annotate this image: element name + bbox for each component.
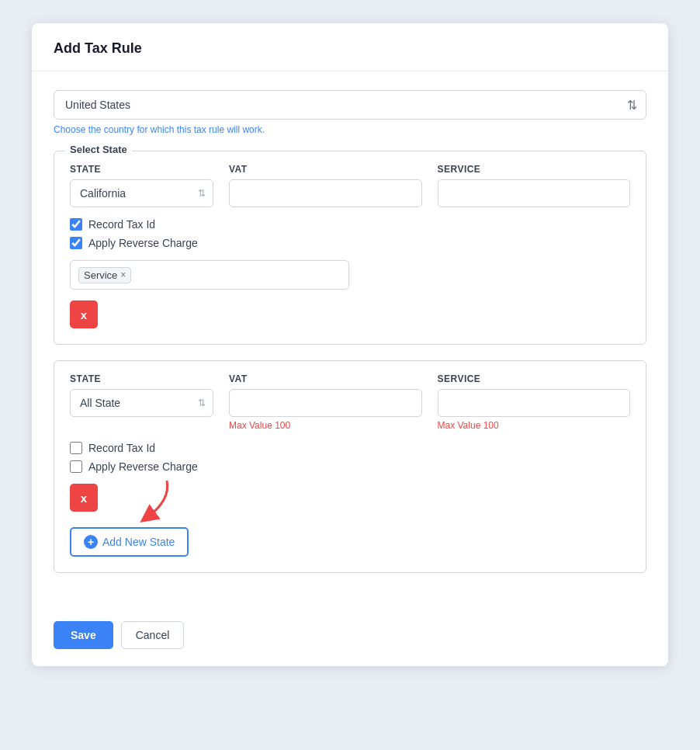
section2-record-tax-label: Record Tax Id	[88, 442, 155, 454]
modal-header: Add Tax Rule	[32, 23, 668, 71]
country-select-wrapper: United States Canada United Kingdom ⇅	[54, 90, 646, 120]
section1-vat-label: VAT	[229, 164, 422, 175]
add-state-area: + Add New State	[70, 519, 189, 557]
section1-record-tax-item[interactable]: Record Tax Id	[70, 218, 630, 231]
section1-service-group: SERVICE 10	[438, 164, 631, 207]
section1-service-label: SERVICE	[438, 164, 631, 175]
section1-tag-label: Service	[84, 269, 117, 281]
section1-service-input[interactable]: 10	[438, 179, 631, 207]
section2-delete-button[interactable]: x	[70, 484, 98, 512]
section1-vat-input[interactable]: 10	[229, 179, 422, 207]
section1-tag-remove-icon[interactable]: ×	[120, 270, 126, 280]
section2-reverse-charge-label: Apply Reverse Charge	[88, 460, 198, 473]
section2-vat-label: VAT	[229, 373, 422, 384]
section1-reverse-charge-item[interactable]: Apply Reverse Charge	[70, 237, 630, 249]
section2-vat-input[interactable]	[229, 389, 422, 417]
modal-body: United States Canada United Kingdom ⇅ Ch…	[32, 71, 668, 607]
add-new-state-button[interactable]: + Add New State	[70, 527, 189, 557]
cancel-button[interactable]: Cancel	[121, 621, 185, 649]
section2-state-select[interactable]: All State California Texas	[70, 389, 213, 417]
add-state-plus-icon: +	[84, 535, 98, 549]
section1-tag-service: Service ×	[78, 267, 131, 283]
add-state-label: Add New State	[102, 536, 175, 548]
section2-form-row: State All State California Texas VAT Max…	[70, 373, 630, 431]
section2-state-group: State All State California Texas	[70, 373, 213, 431]
section1-delete-button[interactable]: x	[70, 300, 98, 328]
section1-state-label: State	[70, 164, 213, 175]
section2-reverse-charge-item[interactable]: Apply Reverse Charge	[70, 460, 630, 473]
section2-reverse-charge-checkbox[interactable]	[70, 460, 82, 473]
section2-checkbox-group: Record Tax Id Apply Reverse Charge	[70, 442, 630, 473]
section2-service-group: SERVICE Max Value 100	[438, 373, 631, 431]
section1-form-row: State California Texas New York VAT 10 S…	[70, 164, 630, 207]
save-button[interactable]: Save	[54, 621, 113, 649]
section2-vat-error: Max Value 100	[229, 420, 422, 431]
section2-vat-group: VAT Max Value 100	[229, 373, 422, 431]
section1-title: Select State	[65, 144, 132, 155]
section2-service-input[interactable]	[438, 389, 631, 417]
section1-vat-group: VAT 10	[229, 164, 422, 207]
state-section-2: State All State California Texas VAT Max…	[54, 360, 646, 573]
section1-tags-input[interactable]: Service ×	[70, 260, 349, 290]
section2-delete-label: x	[81, 491, 87, 505]
section2-service-error: Max Value 100	[438, 420, 631, 431]
modal-title: Add Tax Rule	[54, 40, 646, 57]
section2-state-label: State	[70, 373, 213, 384]
modal-footer: Save Cancel	[32, 607, 668, 666]
section1-state-group: State California Texas New York	[70, 164, 213, 207]
state-section-1: Select State State California Texas New …	[54, 151, 646, 345]
section1-record-tax-label: Record Tax Id	[88, 218, 155, 231]
section2-record-tax-checkbox[interactable]	[70, 442, 82, 454]
section2-state-select-wrapper: All State California Texas	[70, 389, 213, 417]
section2-service-label: SERVICE	[438, 373, 631, 384]
section2-record-tax-item[interactable]: Record Tax Id	[70, 442, 630, 454]
section1-reverse-charge-checkbox[interactable]	[70, 237, 82, 249]
section1-state-select-wrapper: California Texas New York	[70, 179, 213, 207]
section1-checkbox-group: Record Tax Id Apply Reverse Charge	[70, 218, 630, 249]
section1-delete-label: x	[81, 308, 87, 321]
modal: Add Tax Rule United States Canada United…	[32, 23, 668, 666]
arrow-indicator-icon	[116, 477, 178, 523]
section1-record-tax-checkbox[interactable]	[70, 218, 82, 231]
country-hint: Choose the country for which this tax ru…	[54, 124, 646, 135]
country-select[interactable]: United States Canada United Kingdom	[54, 90, 646, 120]
section1-reverse-charge-label: Apply Reverse Charge	[88, 237, 198, 249]
section1-state-select[interactable]: California Texas New York	[70, 179, 213, 207]
